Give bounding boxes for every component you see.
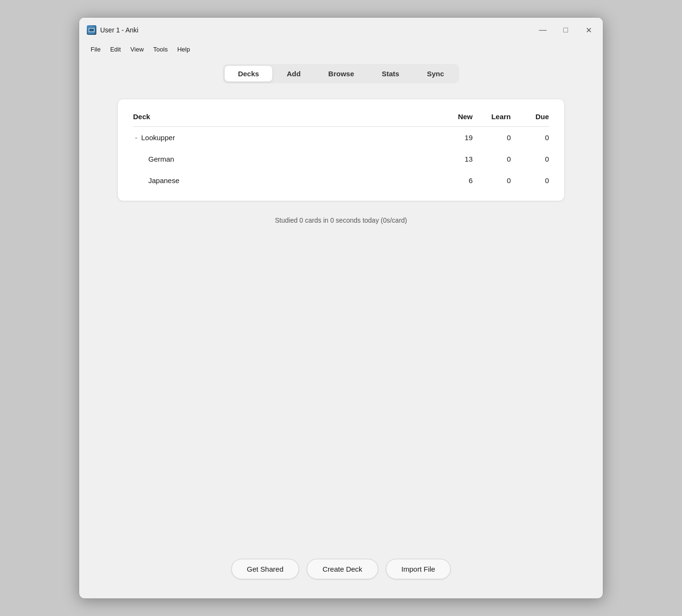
app-icon bbox=[87, 25, 96, 35]
window-title: User 1 - Anki bbox=[100, 26, 138, 34]
title-bar: User 1 - Anki — □ ✕ bbox=[79, 18, 603, 42]
tab-stats[interactable]: Stats bbox=[369, 66, 413, 82]
close-button[interactable]: ✕ bbox=[582, 23, 595, 37]
deck-due-count: 0 bbox=[511, 170, 549, 191]
maximize-button[interactable]: □ bbox=[559, 23, 572, 37]
tab-sync[interactable]: Sync bbox=[413, 66, 457, 82]
nav-tabs: Decks Add Browse Stats Sync bbox=[223, 64, 459, 83]
deck-name-cell: German bbox=[133, 148, 434, 170]
menu-help[interactable]: Help bbox=[174, 44, 194, 54]
get-shared-button[interactable]: Get Shared bbox=[231, 559, 300, 579]
menu-tools[interactable]: Tools bbox=[149, 44, 171, 54]
deck-table-container: Deck New Learn Due - Lookupper bbox=[117, 99, 565, 201]
svg-rect-2 bbox=[89, 29, 94, 31]
menu-bar: File Edit View Tools Help bbox=[79, 42, 603, 56]
tab-add[interactable]: Add bbox=[273, 66, 314, 82]
tab-decks[interactable]: Decks bbox=[225, 66, 272, 82]
deck-new-count: 19 bbox=[434, 127, 473, 149]
window-controls: — □ ✕ bbox=[536, 23, 595, 37]
menu-view[interactable]: View bbox=[126, 44, 147, 54]
nav-container: Decks Add Browse Stats Sync bbox=[79, 56, 603, 87]
table-row[interactable]: German 13 0 0 bbox=[133, 148, 549, 170]
col-header-learn: Learn bbox=[473, 109, 511, 127]
bottom-buttons: Get Shared Create Deck Import File bbox=[79, 544, 603, 598]
deck-name: German bbox=[148, 155, 174, 163]
stats-text: Studied 0 cards in 0 seconds today (0s/c… bbox=[275, 216, 407, 224]
deck-name-cell: - Lookupper bbox=[133, 127, 434, 149]
deck-name: Japanese bbox=[148, 176, 179, 185]
create-deck-button[interactable]: Create Deck bbox=[307, 559, 378, 579]
deck-name-cell: Japanese bbox=[133, 170, 434, 191]
main-content: Deck New Learn Due - Lookupper bbox=[79, 87, 603, 544]
menu-file[interactable]: File bbox=[87, 44, 104, 54]
col-header-deck: Deck bbox=[133, 109, 434, 127]
deck-new-count: 13 bbox=[434, 148, 473, 170]
deck-table: Deck New Learn Due - Lookupper bbox=[133, 109, 549, 191]
deck-learn-count: 0 bbox=[473, 170, 511, 191]
table-row[interactable]: - Lookupper 19 0 0 bbox=[133, 127, 549, 149]
deck-due-count: 0 bbox=[511, 148, 549, 170]
deck-learn-count: 0 bbox=[473, 127, 511, 149]
deck-due-count: 0 bbox=[511, 127, 549, 149]
title-bar-left: User 1 - Anki bbox=[87, 25, 138, 35]
col-header-due: Due bbox=[511, 109, 549, 127]
import-file-button[interactable]: Import File bbox=[386, 559, 451, 579]
menu-edit[interactable]: Edit bbox=[106, 44, 124, 54]
tab-browse[interactable]: Browse bbox=[315, 66, 367, 82]
table-row[interactable]: Japanese 6 0 0 bbox=[133, 170, 549, 191]
deck-new-count: 6 bbox=[434, 170, 473, 191]
minimize-button[interactable]: — bbox=[536, 23, 549, 37]
deck-name: Lookupper bbox=[141, 133, 175, 142]
deck-dash: - bbox=[135, 133, 137, 142]
main-window: User 1 - Anki — □ ✕ File Edit View Tools… bbox=[79, 17, 603, 599]
deck-learn-count: 0 bbox=[473, 148, 511, 170]
col-header-new: New bbox=[434, 109, 473, 127]
